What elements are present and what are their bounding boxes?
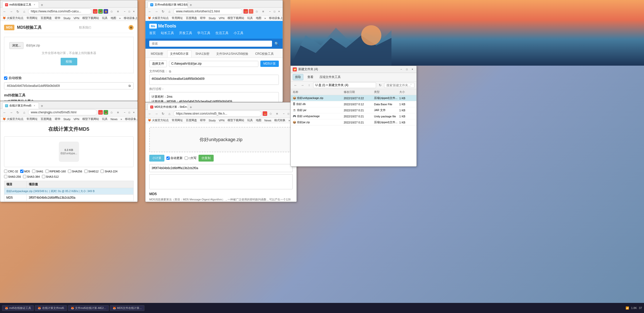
bm3-more[interactable]: » bbox=[264, 16, 267, 20]
nav-small[interactable]: 小工具 bbox=[234, 30, 243, 36]
forward-btn-win2[interactable]: → bbox=[8, 110, 14, 115]
home-btn-win4[interactable]: ⌂ bbox=[167, 111, 172, 116]
task-btn-win3[interactable]: 🦊 文件md5在线计算-ME2... bbox=[68, 305, 109, 311]
bookmark-mobile[interactable]: 移动设备上的书签 bbox=[123, 16, 137, 20]
bm4-study[interactable]: Study bbox=[208, 119, 216, 122]
ext-icon-win4-1[interactable]: 🦊 bbox=[263, 111, 267, 116]
address-bar-win2[interactable] bbox=[28, 109, 97, 115]
bm2-mobile[interactable]: 移动设备上的书签 bbox=[124, 117, 137, 121]
minimize-btn-explorer[interactable]: − bbox=[399, 67, 403, 71]
bm2-more[interactable]: » bbox=[120, 117, 123, 121]
tab-sha1-encrypt[interactable]: SHA1加密 bbox=[193, 50, 212, 58]
bm4-baidu[interactable]: 百度网盘 bbox=[185, 118, 198, 122]
file-row-3[interactable]: 🎮 你好.unitypackage 2022/10/27 0:21 Unity … bbox=[291, 113, 416, 119]
hash-ripemd[interactable]: RIPEMD-160 bbox=[45, 170, 66, 173]
star-btn-win2[interactable]: ☆ bbox=[109, 110, 114, 115]
menu-btn-win2[interactable]: ≡ bbox=[115, 110, 121, 115]
bm4-news[interactable]: News bbox=[264, 119, 272, 122]
task-btn-win2[interactable]: 🦊 在线计算文件md5 bbox=[35, 305, 67, 311]
minimize-btn-win3[interactable]: − bbox=[268, 9, 272, 13]
bm3-map[interactable]: 地图 bbox=[255, 16, 262, 20]
address-bar-win3[interactable] bbox=[173, 8, 242, 14]
address-bar-win4[interactable] bbox=[173, 111, 262, 117]
copy-result-btn[interactable]: 仿复制 bbox=[199, 155, 214, 162]
bookmark-huohu[interactable]: 🦊 火狐官方站点 bbox=[2, 16, 24, 20]
tab-crc[interactable]: CRC校验工具 bbox=[252, 50, 277, 58]
ext-icon-2[interactable]: 📥 bbox=[98, 9, 103, 14]
bm4-format[interactable]: 格式转换 bbox=[274, 118, 286, 122]
bookmark-model[interactable]: 模型下载网站 bbox=[82, 16, 100, 20]
hash-sha512[interactable]: SHA512 bbox=[84, 170, 99, 173]
bookmark-toys[interactable]: 玩具 bbox=[101, 16, 108, 20]
bm3-huohu[interactable]: 🦊 火狐官方站点 bbox=[147, 16, 169, 20]
file-row-4[interactable]: 📦 你好jar.zip 2022/10/27 0:21 压缩(zipped)文件… bbox=[291, 119, 416, 125]
star-btn-win4[interactable]: ☆ bbox=[268, 111, 274, 116]
bm3-study[interactable]: Study bbox=[208, 16, 216, 20]
hash-sha3-512[interactable]: SHA3-512 bbox=[42, 175, 59, 178]
maximize-btn-explorer[interactable]: □ bbox=[405, 67, 409, 71]
tab-file-md5[interactable]: 文件MD5计算 bbox=[167, 50, 191, 58]
maximize-btn-win4[interactable]: □ bbox=[286, 112, 290, 116]
file-upload-box[interactable]: 0.3 KB 你好unitypa... bbox=[4, 136, 134, 167]
md5-contact[interactable]: 联系我们 bbox=[79, 25, 91, 30]
bm2-vpn[interactable]: VPN bbox=[73, 117, 80, 121]
refresh-btn-win3[interactable]: ↻ bbox=[160, 9, 166, 14]
bm2-baidu[interactable]: 百度网盘 bbox=[40, 117, 53, 121]
explorer-search[interactable] bbox=[384, 83, 414, 88]
refresh-btn-win2[interactable]: ↻ bbox=[15, 110, 20, 115]
exp-up-btn[interactable]: ↑ bbox=[306, 83, 312, 88]
nav-home[interactable]: 首页 bbox=[149, 30, 156, 36]
file-path-input[interactable] bbox=[169, 61, 258, 67]
star-btn-win3[interactable]: ☆ bbox=[254, 9, 260, 14]
bm2-yanhua[interactable]: 研华 bbox=[54, 117, 61, 121]
refresh-btn-win1[interactable]: ↻ bbox=[15, 9, 20, 14]
hash-crc32[interactable]: CRC-32 bbox=[4, 170, 18, 173]
exp-btn-view[interactable]: 查看 bbox=[305, 74, 315, 80]
ext-icon-win3-1[interactable]: 🦊 bbox=[243, 9, 248, 14]
bookmark-vpn[interactable]: VPN bbox=[73, 16, 80, 20]
browse-button[interactable]: 浏览... bbox=[9, 42, 23, 49]
bm3-yanhua[interactable]: 研华 bbox=[199, 16, 206, 20]
metools-search-btn[interactable]: 🔍 bbox=[275, 42, 279, 46]
bm3-vpn[interactable]: VPN bbox=[218, 16, 225, 20]
home-btn-win3[interactable]: ⌂ bbox=[167, 9, 172, 14]
close-btn-win3[interactable]: × bbox=[277, 9, 281, 13]
home-btn-win1[interactable]: ⌂ bbox=[21, 9, 27, 14]
maximize-btn-win1[interactable]: □ bbox=[127, 9, 131, 13]
bm3-baidu[interactable]: 百度网盘 bbox=[185, 16, 198, 20]
bookmark-yanhua[interactable]: 研华 bbox=[54, 16, 61, 20]
menu-btn-win3[interactable]: ≡ bbox=[260, 9, 266, 14]
new-tab-btn-win4[interactable]: + bbox=[188, 105, 193, 110]
minimize-btn-win4[interactable]: − bbox=[282, 112, 286, 116]
tab-md5-encrypt[interactable]: MD5加密 bbox=[148, 50, 166, 58]
hash-md5[interactable]: MD5 bbox=[20, 170, 30, 173]
ext-icon-win2-1[interactable]: 🦊 bbox=[98, 110, 103, 115]
bm3-mobile[interactable]: 移动设备上的书签 bbox=[268, 16, 283, 20]
minimize-btn-win2[interactable]: − bbox=[123, 110, 127, 114]
forward-btn-win1[interactable]: → bbox=[8, 9, 14, 14]
close-btn-win2[interactable]: × bbox=[132, 110, 136, 114]
explorer-path[interactable]: U 盘 (I) > 新建文件夹 (4) bbox=[313, 82, 376, 88]
home-btn-win2[interactable]: ⌂ bbox=[21, 110, 27, 115]
hash-sha256[interactable]: SHA256 bbox=[68, 170, 82, 173]
nav-webmaster[interactable]: 站长工具 bbox=[161, 30, 174, 36]
auto-verify-checkbox[interactable] bbox=[4, 76, 7, 80]
tab-metools[interactable]: M 文件md5在线计算-ME2在线... × bbox=[147, 2, 188, 8]
uppercase-label[interactable]: □大写 bbox=[185, 156, 196, 160]
nav-life[interactable]: 生活工具 bbox=[215, 30, 229, 36]
maximize-btn-win2[interactable]: □ bbox=[127, 110, 131, 114]
star-btn-win1[interactable]: ☆ bbox=[109, 9, 114, 14]
exp-forward-btn[interactable]: → bbox=[300, 83, 305, 88]
tab-close-win1[interactable]: × bbox=[33, 3, 36, 7]
hash-sha1[interactable]: SHA1 bbox=[32, 170, 43, 173]
bookmark-map[interactable]: 地图 bbox=[110, 16, 117, 20]
verify-button[interactable]: 校验 bbox=[61, 58, 77, 65]
forward-btn-win4[interactable]: → bbox=[154, 111, 159, 116]
forward-btn-win3[interactable]: → bbox=[154, 9, 159, 14]
tab-calc-md5[interactable]: C 在线计算文件md5 × bbox=[2, 102, 39, 109]
nav-dev[interactable]: 开发工具 bbox=[179, 30, 192, 36]
menu-btn-win4[interactable]: ≡ bbox=[274, 111, 280, 116]
new-tab-btn-win3[interactable]: + bbox=[188, 3, 193, 7]
back-btn-win1[interactable]: ← bbox=[2, 9, 7, 14]
bm3-model[interactable]: 模型下载网站 bbox=[227, 16, 245, 20]
